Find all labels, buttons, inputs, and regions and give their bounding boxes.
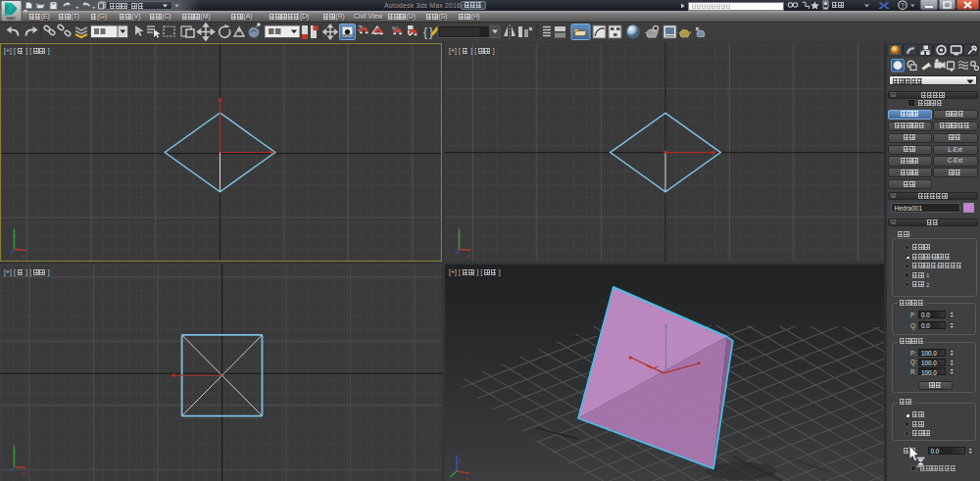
svg-text:MAX: MAX <box>6 16 16 21</box>
svg-text:{: { <box>423 25 427 39</box>
svg-text:x: x <box>23 253 25 259</box>
svg-text:x: x <box>466 475 468 481</box>
svg-text:y: y <box>13 450 16 456</box>
svg-text:?: ? <box>901 2 905 9</box>
svg-text:y: y <box>458 232 461 238</box>
svg-text:z: z <box>459 457 462 463</box>
svg-text:x: x <box>23 470 25 476</box>
svg-text:x: x <box>467 253 470 259</box>
svg-text:y: y <box>13 232 16 238</box>
